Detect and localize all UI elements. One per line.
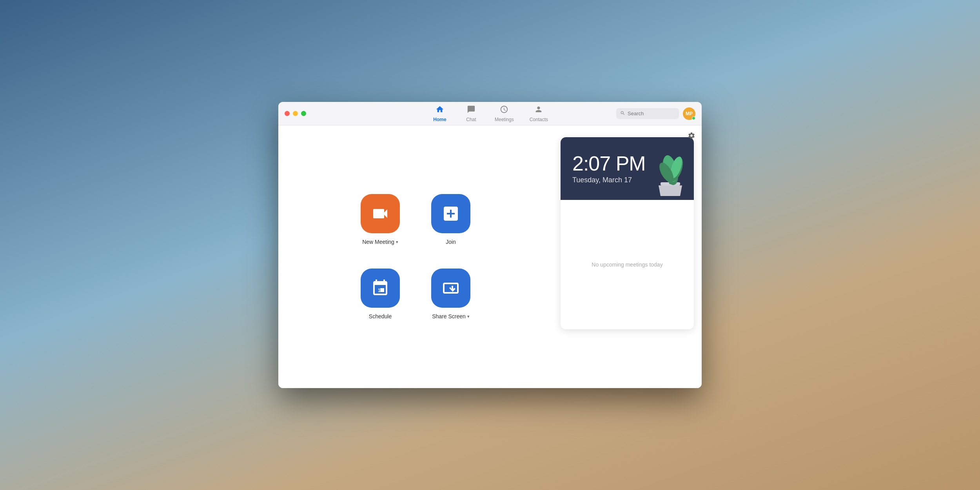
svg-text:19: 19 xyxy=(378,288,383,293)
action-grid: New Meeting ▾ Join xyxy=(361,194,470,319)
tab-home[interactable]: Home xyxy=(424,103,456,125)
nav-tabs: Home Chat Meetings xyxy=(424,103,556,125)
calendar-time: 2:07 PM xyxy=(572,153,646,174)
traffic-lights xyxy=(285,111,306,116)
avatar-initials: MP xyxy=(686,111,693,116)
no-meetings-text: No upcoming meetings today xyxy=(592,261,662,268)
settings-button[interactable] xyxy=(688,132,695,142)
schedule-button[interactable]: 19 xyxy=(361,269,400,308)
right-panel: 2:07 PM Tuesday, March 17 xyxy=(553,125,702,388)
main-content: New Meeting ▾ Join xyxy=(278,125,702,388)
search-box[interactable] xyxy=(616,108,679,119)
home-icon xyxy=(436,105,444,116)
search-input[interactable] xyxy=(628,111,675,116)
tab-meetings-label: Meetings xyxy=(495,117,514,122)
titlebar: Home Chat Meetings xyxy=(278,102,702,125)
app-window: Home Chat Meetings xyxy=(278,102,702,388)
contacts-icon xyxy=(534,105,543,116)
new-meeting-label: New Meeting ▾ xyxy=(362,239,398,245)
calendar-widget: 2:07 PM Tuesday, March 17 xyxy=(561,137,694,329)
maximize-button[interactable] xyxy=(301,111,306,116)
plant-decoration xyxy=(647,141,694,200)
meetings-icon xyxy=(500,105,508,116)
schedule-item[interactable]: 19 Schedule xyxy=(361,269,400,319)
share-screen-label: Share Screen ▾ xyxy=(432,313,470,319)
chat-icon xyxy=(467,105,475,116)
new-meeting-chevron: ▾ xyxy=(396,240,398,245)
tab-contacts-label: Contacts xyxy=(530,117,548,122)
calendar-header: 2:07 PM Tuesday, March 17 xyxy=(561,137,694,200)
join-button[interactable] xyxy=(431,194,470,233)
share-screen-button[interactable] xyxy=(431,269,470,308)
tab-home-label: Home xyxy=(433,117,446,122)
tab-chat[interactable]: Chat xyxy=(456,103,487,125)
avatar[interactable]: MP xyxy=(683,107,695,120)
new-meeting-button[interactable] xyxy=(361,194,400,233)
new-meeting-item[interactable]: New Meeting ▾ xyxy=(361,194,400,245)
tab-contacts[interactable]: Contacts xyxy=(522,103,556,125)
share-screen-item[interactable]: Share Screen ▾ xyxy=(431,269,470,319)
calendar-date: Tuesday, March 17 xyxy=(572,176,632,184)
join-label: Join xyxy=(446,239,456,245)
titlebar-right: MP xyxy=(616,107,695,120)
avatar-status-dot xyxy=(692,116,695,120)
share-screen-chevron: ▾ xyxy=(467,314,470,319)
tab-meetings[interactable]: Meetings xyxy=(487,103,522,125)
tab-chat-label: Chat xyxy=(466,117,476,122)
svg-rect-7 xyxy=(669,178,671,184)
schedule-label: Schedule xyxy=(369,313,392,319)
search-icon xyxy=(620,110,625,117)
join-item[interactable]: Join xyxy=(431,194,470,245)
close-button[interactable] xyxy=(285,111,290,116)
left-panel: New Meeting ▾ Join xyxy=(278,125,553,388)
minimize-button[interactable] xyxy=(293,111,298,116)
calendar-body: No upcoming meetings today xyxy=(561,200,694,329)
